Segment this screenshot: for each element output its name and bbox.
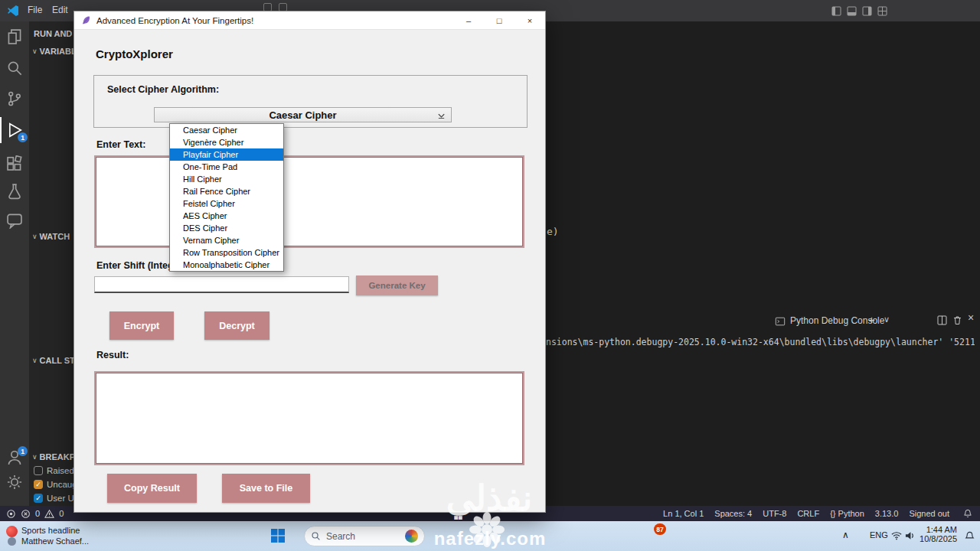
dropdown-item[interactable]: One-Time Pad <box>170 161 283 173</box>
chevron-down-icon: ∨ <box>32 357 38 364</box>
menu-edit[interactable]: Edit <box>46 0 74 20</box>
decrypt-button[interactable]: Decrypt <box>204 311 270 340</box>
debug-console-icon <box>775 316 786 327</box>
maximize-button[interactable]: □ <box>484 11 514 30</box>
dropdown-item[interactable]: DES Cipher <box>170 222 283 234</box>
trash-icon[interactable] <box>952 315 962 325</box>
checkbox-checked-orange[interactable]: ✓ <box>34 480 43 489</box>
search-icon[interactable] <box>5 59 24 77</box>
chevron-down-icon: ∨ <box>32 47 38 55</box>
combobox-arrow-icon <box>437 112 446 119</box>
generate-key-button[interactable]: Generate Key <box>356 276 438 295</box>
breakpoint-item[interactable]: ✓User Uncaught Exceptions <box>34 494 74 503</box>
checkbox-checked-blue[interactable]: ✓ <box>34 494 43 503</box>
close-panel-icon[interactable]: × <box>968 311 974 324</box>
source-control-icon[interactable] <box>5 90 24 108</box>
whatsapp-unread-badge: 87 <box>654 523 666 535</box>
app-titlebar[interactable]: Advanced Encryption At Your Fingertips! … <box>74 11 545 30</box>
dropdown-item[interactable]: Monoalphabetic Cipher <box>170 259 283 271</box>
taskbar-search-box[interactable]: Search <box>304 526 425 546</box>
chevron-down-icon: ∨ <box>32 233 38 240</box>
cipher-groupbox: Select Cipher Algorithm: Caesar Cipher <box>93 75 528 128</box>
run-and-debug-icon[interactable]: 1 <box>5 121 24 139</box>
dropdown-item[interactable]: Vigenère Cipher <box>170 136 283 148</box>
customize-layout-icon[interactable] <box>877 6 887 16</box>
section-variables[interactable]: ∨VARIABLES <box>32 47 74 56</box>
extensions-icon[interactable] <box>5 155 24 173</box>
start-button[interactable] <box>270 528 286 543</box>
shift-input[interactable] <box>94 276 349 293</box>
accounts-icon[interactable]: 1 <box>5 448 24 467</box>
explorer-icon[interactable] <box>5 28 24 46</box>
widgets-news-icon[interactable] <box>6 526 18 537</box>
notifications-bell-icon[interactable] <box>963 509 972 518</box>
dropdown-item[interactable]: Vernam Cipher <box>170 234 283 246</box>
dropdown-item[interactable]: Feistel Cipher <box>170 197 283 210</box>
encoding[interactable]: UTF-8 <box>763 509 786 518</box>
section-call-stack[interactable]: ∨CALL STACK <box>32 356 74 365</box>
app-feather-icon <box>81 15 91 25</box>
terminal-output-line: nsions\ms-python.debugpy-2025.10.0-win32… <box>546 337 975 347</box>
cryptoxplorer-window: Advanced Encryption At Your Fingertips! … <box>74 11 546 513</box>
widgets-headline[interactable]: Sports headline <box>21 526 80 535</box>
save-to-file-button[interactable]: Save to File <box>222 474 310 503</box>
errors-icon[interactable] <box>21 509 31 519</box>
clock[interactable]: 1:44 AM 10/8/2025 <box>917 525 957 543</box>
breakpoint-item[interactable]: ✓Uncaught Exceptions <box>34 480 74 489</box>
wifi-icon[interactable] <box>891 531 902 540</box>
eol-sequence[interactable]: CRLF <box>797 509 819 518</box>
encrypt-button[interactable]: Encrypt <box>109 311 174 340</box>
remote-indicator-icon[interactable] <box>6 509 16 519</box>
combobox-value: Caesar Cipher <box>269 109 336 121</box>
toggle-panel-icon[interactable] <box>847 6 857 16</box>
active-view-indicator <box>0 117 2 143</box>
language-mode[interactable]: {} Python <box>830 509 864 518</box>
testing-icon[interactable] <box>5 182 24 201</box>
chevron-down-icon: ∨ <box>32 453 38 461</box>
vscode-side-panel: RUN AND DEBUG ∨VARIABLES ∨WATCH ∨CALL ST… <box>29 21 74 506</box>
copy-result-button[interactable]: Copy Result <box>107 474 197 503</box>
dropdown-item[interactable]: Hill Cipher <box>170 173 283 185</box>
checkbox-unchecked[interactable] <box>34 466 43 475</box>
result-area[interactable] <box>94 371 524 465</box>
cipher-combobox[interactable]: Caesar Cipher <box>154 107 452 122</box>
new-terminal-icon[interactable]: + <box>868 313 875 326</box>
close-button[interactable]: × <box>514 11 545 30</box>
notification-center-icon[interactable] <box>965 531 975 541</box>
chat-icon[interactable] <box>5 211 24 230</box>
cipher-group-label: Select Cipher Algorithm: <box>107 84 219 95</box>
toggle-secondary-sidebar-icon[interactable] <box>862 6 872 16</box>
menu-file[interactable]: File <box>21 0 48 20</box>
settings-gear-icon[interactable] <box>5 473 24 491</box>
error-count[interactable]: 0 <box>35 509 40 518</box>
tray-chevron-up-icon[interactable]: ∧ <box>842 530 849 540</box>
python-version[interactable]: 3.13.0 <box>875 509 899 518</box>
minimize-button[interactable]: – <box>453 11 484 30</box>
split-terminal-icon[interactable] <box>937 315 947 325</box>
section-breakpoints[interactable]: ∨BREAKPOINTS <box>32 452 74 461</box>
language-indicator[interactable]: ENG <box>870 530 888 540</box>
warning-count[interactable]: 0 <box>59 509 64 518</box>
search-highlight-icon <box>405 530 418 543</box>
cursor-position[interactable]: Ln 1, Col 1 <box>663 509 704 518</box>
dropdown-item[interactable]: Caesar Cipher <box>170 124 283 136</box>
breakpoint-item[interactable]: Raised Exceptions <box>34 466 74 475</box>
warnings-icon[interactable] <box>44 509 54 519</box>
vscode-activity-bar: 1 1 <box>0 21 29 506</box>
terminal-dropdown-icon[interactable]: ∨ <box>884 315 890 324</box>
watermark-flower-icon <box>467 510 507 549</box>
volume-icon[interactable] <box>905 531 915 540</box>
widgets-subline[interactable]: Matthew Schaef... <box>21 536 89 546</box>
indentation[interactable]: Spaces: 4 <box>714 509 752 518</box>
dropdown-item-highlighted[interactable]: Playfair Cipher <box>170 148 283 161</box>
toggle-sidebar-icon[interactable] <box>831 6 841 16</box>
braces-icon: {} <box>830 509 835 518</box>
dropdown-item[interactable]: Row Transposition Cipher <box>170 246 283 259</box>
section-watch[interactable]: ∨WATCH <box>32 232 70 241</box>
text-input-area[interactable] <box>94 155 524 248</box>
dropdown-item[interactable]: AES Cipher <box>170 210 283 222</box>
panel-title: RUN AND DEBUG <box>34 29 74 38</box>
account-status[interactable]: Signed out <box>909 509 949 518</box>
dropdown-item[interactable]: Rail Fence Cipher <box>170 185 283 197</box>
result-label: Result: <box>96 350 129 360</box>
